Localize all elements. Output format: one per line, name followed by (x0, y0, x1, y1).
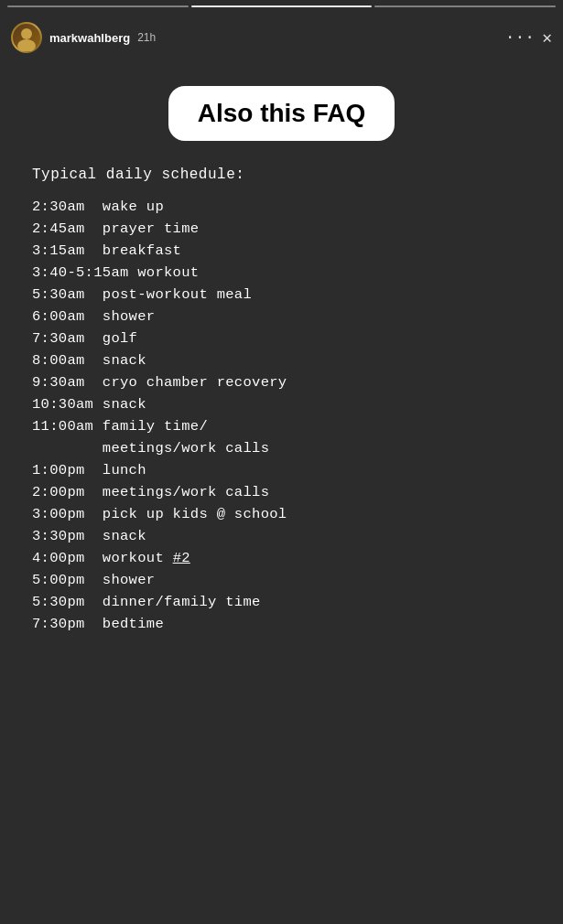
workout-number: #2 (173, 550, 190, 566)
schedule-section: Typical daily schedule: 2:30am wake up 2… (27, 167, 536, 635)
list-item: 7:30am golf (32, 328, 536, 349)
list-item: 1:00pm lunch (32, 459, 536, 481)
svg-point-1 (17, 39, 36, 51)
svg-point-0 (21, 28, 32, 39)
list-item: 2:30am wake up (32, 196, 536, 218)
faq-title: Also this FAQ (198, 99, 366, 128)
list-item: 2:00pm meetings/work calls (32, 481, 536, 503)
timestamp: 21h (137, 31, 156, 44)
top-bar: markwahlberg 21h ··· ✕ (0, 0, 563, 59)
top-actions: ··· ✕ (505, 27, 552, 48)
list-item: 9:30am cryo chamber recovery (32, 371, 536, 393)
avatar (11, 22, 42, 53)
list-item: 3:30pm snack (32, 525, 536, 547)
schedule-header: Typical daily schedule: (32, 167, 536, 183)
list-item: 7:30pm bedtime (32, 613, 536, 635)
list-item: 3:15am breakfast (32, 240, 536, 262)
list-item: 11:00am family time/ meetings/work calls (32, 415, 536, 459)
list-item: 2:45am prayer time (32, 218, 536, 240)
username: markwahlberg (49, 31, 130, 45)
list-item: 3:40-5:15am workout (32, 262, 536, 284)
content-area: Also this FAQ Typical daily schedule: 2:… (0, 59, 563, 924)
list-item: 3:00pm pick up kids @ school (32, 503, 536, 525)
close-icon[interactable]: ✕ (542, 27, 552, 48)
list-item: 8:00am snack (32, 349, 536, 371)
list-item: 5:30pm dinner/family time (32, 591, 536, 613)
list-item: 5:00pm shower (32, 569, 536, 591)
user-info: markwahlberg 21h (49, 31, 156, 45)
list-item: 5:30am post-workout meal (32, 284, 536, 306)
list-item: 10:30am snack (32, 393, 536, 415)
list-item: 4:00pm workout #2 (32, 547, 536, 569)
more-options-icon[interactable]: ··· (505, 28, 535, 47)
faq-badge: Also this FAQ (168, 86, 395, 141)
story-container: markwahlberg 21h ··· ✕ Also this FAQ Typ… (0, 0, 563, 924)
list-item: 6:00am shower (32, 306, 536, 328)
